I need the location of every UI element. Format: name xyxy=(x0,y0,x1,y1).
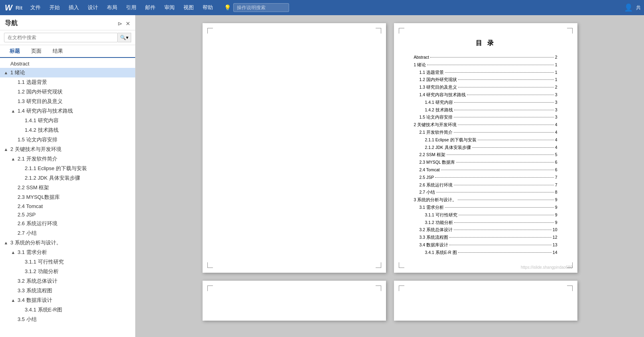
tree-label: 3.5 小结 xyxy=(16,316,135,323)
corner-mark-tl xyxy=(399,28,404,34)
doc-area[interactable]: 目 录 Abstract 2 1 绪论 1 1.1 选题背景 1 1.2 国内外… xyxy=(136,15,644,337)
menu-review[interactable]: 审阅 xyxy=(160,2,179,13)
toc-entry: 2.7 小结 8 xyxy=(414,189,557,196)
tree-item[interactable]: 3.4.1 系统E-R图 xyxy=(0,305,135,315)
toc-label: 3.4 数据库设计 xyxy=(419,242,449,248)
toc-page: 10 xyxy=(553,226,557,233)
toc-page: 6 xyxy=(555,159,557,166)
tree-toggle: ▲ xyxy=(10,250,16,255)
toc-page: 1 xyxy=(555,69,557,76)
tree-label: 2.1 开发软件简介 xyxy=(16,155,135,163)
menu-file[interactable]: 文件 xyxy=(26,2,45,13)
tree-label: 1.3 研究目的及意义 xyxy=(16,98,135,105)
toc-dots xyxy=(454,230,551,230)
toc-dots xyxy=(456,162,553,163)
doc-page-3 xyxy=(203,281,386,321)
tree-item[interactable]: 1.1 选题背景 xyxy=(0,77,135,87)
tree-item[interactable]: 3.1.2 功能分析 xyxy=(0,267,135,276)
toc-entry: 1.4.1 研究内容 3 xyxy=(414,99,557,106)
menu-reference[interactable]: 引用 xyxy=(122,2,140,13)
toc-page: 8 xyxy=(555,189,557,196)
menu-help[interactable]: 帮助 xyxy=(199,2,217,13)
toc-entry: 1.4.2 技术路线 3 xyxy=(414,107,557,113)
tree-label: 3 系统的分析与设计。 xyxy=(9,239,135,246)
toc-title: 目 录 xyxy=(414,39,557,48)
menu-start[interactable]: 开始 xyxy=(45,2,64,13)
toc-entry: 1.1 选题背景 1 xyxy=(414,69,557,76)
menu-insert[interactable]: 插入 xyxy=(65,2,83,13)
tab-pages[interactable]: 页面 xyxy=(26,45,47,58)
menu-design[interactable]: 设计 xyxy=(84,2,102,13)
tree-item[interactable]: 2.4 Tomcat xyxy=(0,202,135,210)
blank-page-content-3 xyxy=(223,297,366,305)
nav-pin-icon[interactable]: ⊳ xyxy=(118,20,122,27)
tree-item[interactable]: 2.5 JSP xyxy=(0,210,135,219)
tree-item[interactable]: 1.4.2 技术路线 xyxy=(0,125,135,135)
tree-label: 3.4.1 系统E-R图 xyxy=(23,306,135,313)
toc-label: 2 关键技术与开发环境 xyxy=(414,121,457,128)
toc-entry: 3.4 数据库设计 13 xyxy=(414,242,557,248)
tab-headings[interactable]: 标题 xyxy=(4,45,26,58)
toc-label: 3 系统的分析与设计。 xyxy=(414,196,457,203)
blank-page-content xyxy=(223,39,366,257)
tree-label: 2.2 SSM 框架 xyxy=(16,184,135,191)
menu-search-input[interactable] xyxy=(233,3,289,12)
tree-item[interactable]: ▲ 3.4 数据库设计 xyxy=(0,295,135,305)
blank-page-content-4 xyxy=(414,297,557,305)
tree-item[interactable]: ▲ 1 绪论 xyxy=(0,68,135,77)
tree-item[interactable]: 1.3 研究目的及意义 xyxy=(0,97,135,106)
toc-dots xyxy=(454,222,554,223)
toc-entry: 3 系统的分析与设计。 9 xyxy=(414,196,557,203)
toc-page: 4 xyxy=(555,129,557,136)
tree-item[interactable]: 2.3 MYSQL数据库 xyxy=(0,192,135,202)
tree-item[interactable]: 3.2 系统总体设计 xyxy=(0,276,135,286)
toc-entry: 1.4 研究内容与技术路线 3 xyxy=(414,91,557,98)
main-layout: 导航 ⊳ ✕ 🔍▾ 标题 页面 结果 Abstract ▲ 1 绪论 1.1 选… xyxy=(0,15,644,337)
tree-label: 1.4.1 研究内容 xyxy=(23,117,135,124)
tree-item[interactable]: 3.3 系统流程图 xyxy=(0,286,135,295)
tree-label: 2 关键技术与开发环境 xyxy=(9,146,135,153)
tree-item[interactable]: ▲ 3 系统的分析与设计。 xyxy=(0,238,135,248)
menu-mail[interactable]: 邮件 xyxy=(141,2,160,13)
tree-item[interactable]: ▲ 3.1 需求分析 xyxy=(0,248,135,257)
toc-page: 1 xyxy=(555,76,557,83)
tree-label: 2.7 小结 xyxy=(16,230,135,237)
tree-item[interactable]: ▲ 1.4 研究内容与技术路线 xyxy=(0,106,135,116)
tree-item[interactable]: 2.1.1 Eclipse 的下载与安装 xyxy=(0,164,135,173)
toc-entry: 2.4 Tomcat 6 xyxy=(414,167,557,173)
menu-view[interactable]: 视图 xyxy=(179,2,198,13)
tree-item[interactable]: Abstract xyxy=(0,59,135,68)
toc-dots xyxy=(478,140,554,140)
tree-item[interactable]: 1.2 国内外研究现状 xyxy=(0,87,135,97)
menu-layout[interactable]: 布局 xyxy=(103,2,121,13)
toc-entry: 2 关键技术与开发环境 4 xyxy=(414,121,557,128)
toc-dots xyxy=(449,237,551,238)
tree-item[interactable]: 3.5 小结 xyxy=(0,315,135,324)
nav-search-bar: 🔍▾ xyxy=(0,30,135,45)
toc-entry: 1.3 研究目的及意义 2 xyxy=(414,84,557,91)
nav-search-button[interactable]: 🔍▾ xyxy=(118,33,131,42)
share-button[interactable]: 共 xyxy=(636,4,641,11)
toc-label: 2.4 Tomcat xyxy=(419,167,440,173)
toc-dots xyxy=(454,102,554,103)
tree-item[interactable]: 2.1.2 JDK 具体安装步骤 xyxy=(0,173,135,183)
tree-item[interactable]: 2.2 SSM 框架 xyxy=(0,183,135,192)
tree-item[interactable]: 2.7 小结 xyxy=(0,228,135,238)
tree-item[interactable]: 1.5 论文内容安排 xyxy=(0,135,135,145)
tree-item[interactable]: 1.4.1 研究内容 xyxy=(0,116,135,125)
nav-search-input[interactable] xyxy=(4,33,118,42)
corner-mark-tr xyxy=(376,28,381,34)
tab-results[interactable]: 结果 xyxy=(47,45,69,58)
toc-entry: 1.2 国内外研究现状 1 xyxy=(414,76,557,83)
tree-item[interactable]: ▲ 2.1 开发软件简介 xyxy=(0,154,135,164)
nav-close-icon[interactable]: ✕ xyxy=(126,20,130,27)
user-icon: 👤 xyxy=(624,3,633,12)
tree-item[interactable]: 2.6 系统运行环境 xyxy=(0,219,135,228)
toc-label: 2.7 小结 xyxy=(419,189,435,196)
toc-dots xyxy=(449,245,551,245)
corner-mark-tl xyxy=(399,285,404,291)
app-logo: W Rit xyxy=(3,3,22,12)
tree-item[interactable]: 3.1.1 可行性研究 xyxy=(0,257,135,267)
tree-item[interactable]: ▲ 2 关键技术与开发环境 xyxy=(0,145,135,154)
toc-page: 5 xyxy=(555,151,557,158)
